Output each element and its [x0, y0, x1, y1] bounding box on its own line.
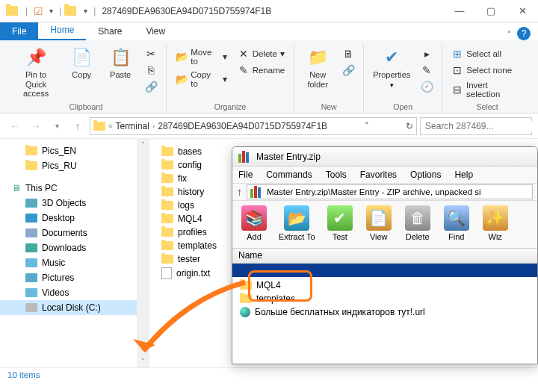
pictures-icon — [25, 273, 37, 282]
winrar-folder-templates[interactable]: templates — [237, 292, 533, 305]
add-icon: 📚 — [241, 205, 267, 231]
address-bar: ← → ▾ ↑ « Terminal › 287469DEA9630EA94D0… — [0, 113, 538, 139]
select-none-button[interactable]: ⊡Select none — [448, 63, 526, 78]
nav-3d-objects[interactable]: 3D Objects — [0, 196, 149, 211]
winrar-column-name[interactable]: Name — [232, 249, 537, 264]
nav-music[interactable]: Music — [0, 255, 149, 270]
nav-desktop[interactable]: Desktop — [0, 211, 149, 225]
tab-share[interactable]: Share — [86, 22, 134, 40]
winrar-extract-button[interactable]: 📂Extract To — [274, 204, 320, 245]
menu-options[interactable]: Options — [410, 169, 441, 180]
scroll-down-icon[interactable]: ˅ — [137, 355, 149, 367]
invert-selection-button[interactable]: ⊟Invert selection — [448, 79, 526, 100]
path-icon: ⎘ — [145, 64, 157, 76]
maximize-button[interactable]: ▢ — [475, 0, 507, 22]
chevron-down-icon[interactable]: ▾ — [84, 7, 87, 15]
pin-quick-access-button[interactable]: 📌Pin to Quick access — [12, 45, 60, 100]
winrar-up-button[interactable]: ↑ — [237, 186, 242, 198]
cut-button[interactable]: ✂ — [142, 46, 160, 61]
folder-icon — [161, 228, 173, 237]
breadcrumb[interactable]: 287469DEA9630EA94D0715D755974F1B — [158, 121, 327, 131]
scissors-icon: ✂ — [145, 48, 157, 60]
ribbon: 📌Pin to Quick access 📄Copy 📋Paste ✂ ⎘ 🔗 … — [0, 40, 538, 113]
winrar-add-button[interactable]: 📚Add — [235, 204, 273, 245]
search-input[interactable] — [425, 121, 537, 131]
minimize-button[interactable]: — — [444, 0, 475, 22]
tab-file[interactable]: File — [0, 22, 38, 40]
scroll-up-icon[interactable]: ˄ — [137, 139, 149, 151]
refresh-icon[interactable]: ↻ — [406, 121, 413, 131]
winrar-folder-mql4[interactable]: MQL4 — [237, 279, 533, 292]
ribbon-group-new: 📁New folder 🗎 🔗 New — [294, 43, 364, 113]
winrar-path-box[interactable]: Master Entry.zip\Master Entry - ZIP arch… — [247, 184, 533, 199]
nav-documents[interactable]: Documents — [0, 225, 149, 240]
help-button[interactable]: ? — [517, 27, 531, 40]
delete-button[interactable]: ✕Delete ▾ — [235, 46, 288, 61]
nav-local-disk-c[interactable]: Local Disk (C:) — [0, 300, 149, 315]
copy-to-button[interactable]: 📂Copy to ▾ — [173, 69, 229, 90]
folder-icon — [64, 6, 76, 16]
new-folder-button[interactable]: 📁New folder — [300, 45, 335, 90]
copy-path-button[interactable]: ⎘ — [142, 63, 160, 78]
paste-shortcut-button[interactable]: 🔗 — [142, 79, 160, 94]
winrar-titlebar[interactable]: Master Entry.zip — [232, 147, 537, 167]
winrar-find-button[interactable]: 🔍Find — [438, 204, 475, 245]
edit-button[interactable]: ✎ — [418, 63, 436, 78]
downloads-icon — [25, 243, 37, 252]
nav-videos[interactable]: Videos — [0, 285, 149, 300]
nav-pictures[interactable]: Pictures — [0, 270, 149, 285]
properties-button[interactable]: ✔Properties▾ — [370, 45, 413, 90]
scrollbar[interactable]: ˄ ˅ — [137, 139, 149, 367]
check-icon[interactable]: ☑ — [34, 5, 43, 17]
history-button[interactable]: 🕘 — [418, 79, 436, 94]
nav-folder-pics-en[interactable]: Pics_EN — [0, 143, 149, 158]
winrar-window[interactable]: Master Entry.zip File Commands Tools Fav… — [232, 146, 538, 364]
winrar-menu: File Commands Tools Favorites Options He… — [232, 167, 537, 183]
easyaccess-icon: 🔗 — [342, 64, 354, 76]
nav-up-button[interactable]: ↑ — [69, 117, 87, 135]
menu-favorites[interactable]: Favorites — [360, 169, 397, 180]
chevron-right-icon[interactable]: › — [152, 122, 155, 130]
dropdown-icon[interactable]: ˅ — [365, 121, 369, 131]
nav-forward-button[interactable]: → — [27, 117, 45, 135]
move-to-button[interactable]: 📂Move to ▾ — [173, 46, 229, 67]
menu-help[interactable]: Help — [454, 169, 473, 180]
properties-icon: ✔ — [380, 46, 403, 69]
nav-downloads[interactable]: Downloads — [0, 240, 149, 255]
copy-button[interactable]: 📄Copy — [64, 45, 99, 81]
winrar-view-button[interactable]: 📄View — [360, 204, 398, 245]
separator-icon: | — [25, 6, 28, 16]
address-box[interactable]: « Terminal › 287469DEA9630EA94D0715D7559… — [90, 117, 417, 135]
winrar-test-button[interactable]: ✔Test — [321, 204, 359, 245]
nav-recent-button[interactable]: ▾ — [48, 117, 66, 135]
collapse-ribbon-icon[interactable]: ˄ — [507, 30, 511, 38]
tab-view[interactable]: View — [134, 22, 177, 40]
selectall-icon: ⊞ — [451, 48, 463, 60]
chevron-down-icon[interactable]: ▾ — [49, 7, 53, 15]
breadcrumb[interactable]: Terminal — [116, 121, 149, 131]
winrar-selection-row[interactable] — [232, 264, 537, 277]
nav-this-pc[interactable]: 🖥This PC — [0, 181, 149, 196]
search-box[interactable]: 🔍 — [420, 117, 532, 135]
winrar-delete-button[interactable]: 🗑Delete — [399, 204, 436, 245]
winrar-file-url[interactable]: Больше бесплатных индикаторов тут!.url — [237, 305, 533, 319]
winrar-wizard-button[interactable]: ✨Wiz — [477, 204, 514, 245]
nav-folder-pics-ru[interactable]: Pics_RU — [0, 158, 149, 173]
menu-tools[interactable]: Tools — [326, 169, 347, 180]
chevron-right-icon[interactable]: « — [108, 122, 113, 130]
menu-commands[interactable]: Commands — [266, 169, 312, 180]
rename-button[interactable]: ✎Rename — [235, 63, 288, 78]
tab-home[interactable]: Home — [38, 21, 86, 40]
easy-access-button[interactable]: 🔗 — [339, 63, 357, 78]
new-item-button[interactable]: 🗎 — [339, 46, 357, 61]
group-label: New — [321, 101, 337, 113]
nav-back-button[interactable]: ← — [6, 117, 24, 135]
menu-file[interactable]: File — [238, 169, 253, 180]
paste-button[interactable]: 📋Paste — [103, 45, 137, 81]
status-bar: 10 items — [0, 367, 538, 384]
select-all-button[interactable]: ⊞Select all — [448, 46, 526, 61]
close-button[interactable]: ✕ — [507, 0, 538, 22]
textfile-icon — [161, 267, 172, 279]
ribbon-group-select: ⊞Select all ⊡Select none ⊟Invert selecti… — [442, 43, 532, 113]
open-button[interactable]: ▸ — [418, 46, 436, 61]
